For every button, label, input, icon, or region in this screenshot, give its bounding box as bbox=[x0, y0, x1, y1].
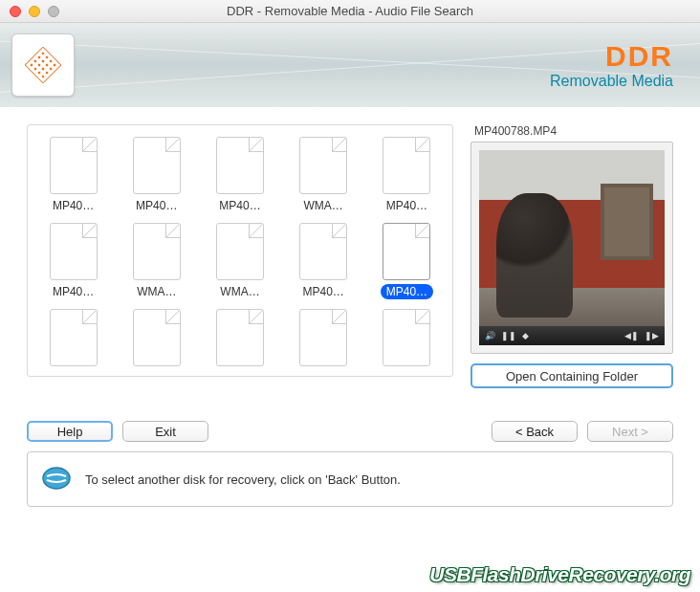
file-icon bbox=[383, 309, 430, 366]
window-title: DDR - Removable Media - Audio File Searc… bbox=[0, 4, 700, 18]
file-icon bbox=[383, 223, 430, 280]
logo-icon bbox=[25, 47, 61, 83]
svg-point-16 bbox=[41, 75, 45, 78]
file-item[interactable] bbox=[33, 307, 113, 374]
close-window-button[interactable] bbox=[10, 6, 21, 17]
file-item[interactable] bbox=[200, 307, 279, 374]
file-icon bbox=[133, 309, 181, 366]
file-label: MP40… bbox=[213, 198, 266, 213]
file-label bbox=[317, 370, 329, 372]
file-label: WMA… bbox=[214, 284, 265, 299]
svg-point-17 bbox=[43, 468, 70, 489]
file-item[interactable]: MP40… bbox=[284, 221, 363, 301]
svg-point-13 bbox=[30, 63, 33, 67]
file-label: WMA… bbox=[131, 284, 182, 299]
file-icon bbox=[216, 309, 264, 366]
button-row: Help Exit < Back Next > bbox=[27, 421, 673, 442]
file-label: MP40… bbox=[47, 284, 99, 299]
file-item[interactable]: MP40… bbox=[33, 135, 113, 215]
file-label: MP40… bbox=[381, 284, 433, 299]
help-button[interactable]: Help bbox=[27, 421, 113, 442]
svg-point-14 bbox=[33, 67, 37, 71]
svg-point-9 bbox=[33, 59, 37, 63]
brand-block: DDR Removable Media bbox=[550, 40, 673, 90]
info-icon bbox=[41, 463, 72, 496]
minimize-window-button[interactable] bbox=[29, 6, 40, 17]
app-logo bbox=[11, 33, 75, 97]
back-button[interactable]: < Back bbox=[492, 421, 578, 442]
svg-point-15 bbox=[37, 71, 41, 75]
file-item[interactable]: WMA… bbox=[200, 221, 279, 301]
file-icon bbox=[299, 137, 347, 194]
titlebar: DDR - Removable Media - Audio File Searc… bbox=[0, 0, 700, 23]
preview-image bbox=[479, 150, 665, 326]
pause-icon[interactable]: ❚❚ bbox=[501, 331, 516, 340]
svg-point-6 bbox=[41, 59, 45, 63]
app-window: DDR - Removable Media - Audio File Searc… bbox=[0, 0, 700, 592]
file-item[interactable] bbox=[367, 307, 447, 374]
svg-point-7 bbox=[45, 63, 49, 67]
svg-point-3 bbox=[49, 59, 53, 63]
preview-filename: MP400788.MP4 bbox=[470, 124, 673, 138]
next-track-icon[interactable]: ❚▶ bbox=[645, 331, 659, 340]
file-item[interactable]: MP40… bbox=[117, 135, 196, 215]
file-label bbox=[151, 370, 163, 372]
file-item[interactable]: MP40… bbox=[200, 135, 279, 215]
file-icon bbox=[50, 223, 98, 280]
svg-point-4 bbox=[53, 63, 56, 67]
file-item[interactable]: MP40… bbox=[33, 221, 113, 301]
file-item[interactable]: MP40… bbox=[367, 135, 447, 215]
file-item[interactable] bbox=[117, 307, 196, 374]
svg-point-5 bbox=[37, 55, 41, 59]
file-label bbox=[68, 370, 79, 372]
file-label: MP40… bbox=[381, 198, 433, 213]
file-icon bbox=[133, 223, 181, 280]
prev-track-icon[interactable]: ◀❚ bbox=[624, 331, 639, 340]
file-icon bbox=[299, 309, 347, 366]
file-label bbox=[234, 370, 246, 372]
svg-point-1 bbox=[41, 52, 45, 55]
file-icon bbox=[216, 223, 264, 280]
content-area: MP40…MP40…MP40…WMA…MP40…MP40…WMA…WMA…MP4… bbox=[0, 107, 700, 592]
open-containing-folder-button[interactable]: Open Containing Folder bbox=[470, 363, 673, 388]
file-grid: MP40…MP40…MP40…WMA…MP40…MP40…WMA…WMA…MP4… bbox=[27, 124, 453, 377]
watermark: USBFlashDriveRecovery.org bbox=[429, 563, 690, 586]
brand-title: DDR bbox=[550, 40, 673, 73]
file-icon bbox=[299, 223, 347, 280]
next-button: Next > bbox=[587, 421, 673, 442]
svg-point-8 bbox=[49, 67, 53, 71]
file-item[interactable]: WMA… bbox=[284, 135, 363, 215]
svg-point-11 bbox=[41, 67, 45, 71]
file-item[interactable] bbox=[284, 307, 363, 374]
svg-point-12 bbox=[45, 71, 49, 75]
main-row: MP40…MP40…MP40…WMA…MP40…MP40…WMA…WMA…MP4… bbox=[27, 124, 673, 388]
file-label: WMA… bbox=[298, 198, 349, 213]
file-icon bbox=[50, 137, 98, 194]
zoom-window-button bbox=[48, 6, 59, 17]
preview-panel: MP400788.MP4 🔊 ❚❚ ◆ ◀❚ ❚▶ bbox=[470, 124, 673, 388]
hint-text: To select another disk for recovery, cli… bbox=[85, 472, 401, 487]
file-item[interactable]: WMA… bbox=[117, 221, 196, 301]
svg-point-2 bbox=[45, 55, 49, 59]
traffic-lights bbox=[0, 6, 59, 17]
file-label: MP40… bbox=[130, 198, 183, 213]
file-label: MP40… bbox=[297, 284, 350, 299]
file-icon bbox=[216, 137, 264, 194]
preview-box: 🔊 ❚❚ ◆ ◀❚ ❚▶ bbox=[470, 142, 673, 354]
scrubber-icon[interactable]: ◆ bbox=[522, 331, 529, 340]
file-icon bbox=[50, 309, 98, 366]
file-icon bbox=[133, 137, 181, 194]
exit-button[interactable]: Exit bbox=[122, 421, 208, 442]
bottom-section: Help Exit < Back Next > To select anothe… bbox=[27, 421, 673, 507]
brand-subtitle: Removable Media bbox=[550, 73, 673, 90]
svg-point-10 bbox=[37, 63, 41, 67]
header-banner: DDR Removable Media bbox=[0, 23, 700, 107]
file-label: MP40… bbox=[47, 198, 99, 213]
player-bar: 🔊 ❚❚ ◆ ◀❚ ❚▶ bbox=[479, 326, 665, 345]
volume-icon[interactable]: 🔊 bbox=[485, 331, 495, 340]
file-label bbox=[401, 370, 412, 372]
hint-box: To select another disk for recovery, cli… bbox=[27, 451, 673, 507]
file-item[interactable]: MP40… bbox=[367, 221, 447, 301]
file-icon bbox=[383, 137, 430, 194]
